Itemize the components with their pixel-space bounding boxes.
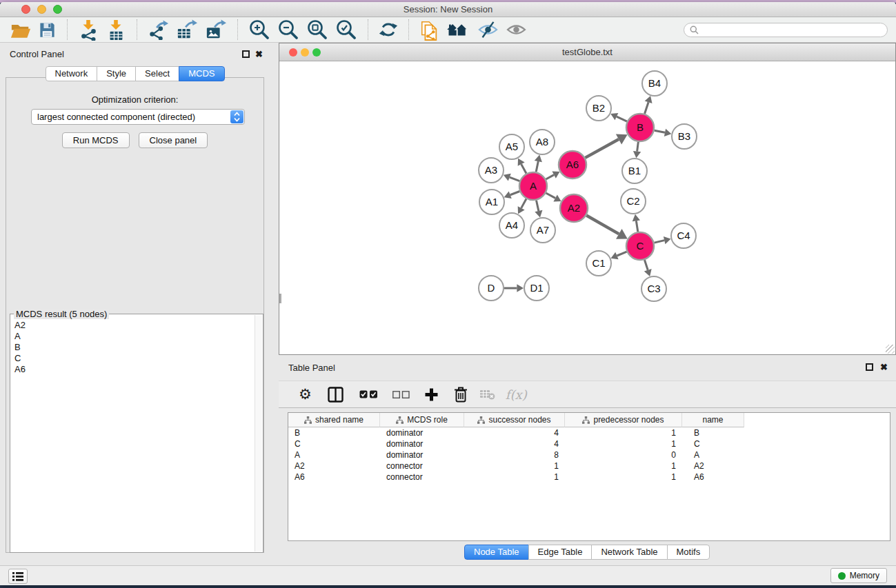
table-options-gear-icon[interactable]: ⚙ [299,387,312,402]
tab-style[interactable]: Style [97,66,136,81]
cell-name[interactable]: A6 [682,472,744,483]
save-session-icon[interactable] [38,21,57,39]
graph-node-A5[interactable]: A5 [499,134,524,159]
graph-node-A[interactable]: A [519,172,547,200]
float-table-panel-icon[interactable] [866,363,873,371]
graph-node-C[interactable]: C [626,232,654,260]
cell-predecessor-nodes[interactable]: 1 [565,427,682,438]
hide-selected-icon[interactable] [477,21,499,39]
column-header-name[interactable]: name [682,413,744,427]
graph-edge-C-C4[interactable] [654,241,664,243]
graph-edge-B-B2[interactable] [617,116,627,121]
column-header-predecessor-nodes[interactable]: predecessor nodes [565,413,682,427]
graph-node-A7[interactable]: A7 [530,218,555,243]
graph-edge-A-A8[interactable] [536,161,538,172]
zoom-in-icon[interactable] [248,19,270,41]
graph-edge-A6-B[interactable] [585,139,619,158]
graph-node-A6[interactable]: A6 [559,151,586,179]
cell-mcds-role[interactable]: dominator [380,427,464,438]
cell-shared-name[interactable]: A2 [288,460,380,472]
graph-node-A8[interactable]: A8 [530,130,555,154]
graph-node-B3[interactable]: B3 [672,124,697,149]
open-session-icon[interactable] [10,21,31,39]
export-table-icon[interactable] [176,19,198,40]
close-panel-button[interactable]: Close panel [139,132,208,148]
column-header-successor-nodes[interactable]: successor nodes [464,413,565,427]
graph-edge-B-B4[interactable] [645,102,649,114]
delete-column-icon[interactable] [454,386,468,403]
graph-node-C1[interactable]: C1 [586,251,611,276]
refresh-icon[interactable] [379,20,398,39]
cell-name[interactable]: C [682,438,744,449]
graph-edge-A-A7[interactable] [536,201,538,212]
table-tab-edge-table[interactable]: Edge Table [528,545,593,560]
cell-shared-name[interactable]: B [288,427,380,438]
graph-node-A1[interactable]: A1 [479,190,504,214]
cell-mcds-role[interactable]: connector [380,460,464,472]
graph-edge-A-A2[interactable] [546,193,555,198]
cell-mcds-role[interactable]: dominator [380,438,464,449]
graph-node-A4[interactable]: A4 [499,213,524,238]
network-from-selection-icon[interactable] [419,19,439,41]
zoom-selected-icon[interactable] [335,19,357,41]
graph-edge-B-B3[interactable] [655,130,665,132]
first-neighbors-icon[interactable] [446,21,470,39]
zoom-window-button[interactable] [53,5,62,14]
minimize-window-button[interactable] [37,5,46,14]
graph-node-D1[interactable]: D1 [524,276,549,301]
graph-node-B2[interactable]: B2 [586,96,611,121]
graph-node-C2[interactable]: C2 [621,189,646,214]
cell-name[interactable]: A [682,449,744,460]
graph-edge-A-A5[interactable] [521,164,526,173]
graph-edge-B-B1[interactable] [637,142,639,152]
graph-edge-A-A4[interactable] [521,199,526,207]
cell-name[interactable]: B [682,427,744,438]
graph-edge-A2-C[interactable] [586,215,619,234]
mcds-result-item[interactable]: C [14,353,263,364]
cell-successor-nodes[interactable]: 4 [464,438,565,449]
export-image-icon[interactable] [205,19,227,40]
import-table-icon[interactable] [106,19,126,41]
cell-successor-nodes[interactable]: 8 [464,449,565,460]
cell-successor-nodes[interactable]: 1 [464,460,565,472]
cell-mcds-role[interactable]: dominator [380,449,464,460]
cell-name[interactable]: A2 [682,460,744,472]
graph-node-A2[interactable]: A2 [560,194,588,222]
create-column-icon[interactable] [424,387,439,402]
network-canvas[interactable]: AA1A2A3A4A5A6A7A8BB1B2B3B4CC1C2C3C4DD1 [279,61,895,354]
column-header-shared-name[interactable]: shared name [288,413,380,427]
cell-shared-name[interactable]: C [288,438,380,449]
network-zoom-button[interactable] [312,48,321,57]
cell-mcds-role[interactable]: connector [380,472,464,483]
run-mcds-button[interactable]: Run MCDS [62,132,130,148]
task-history-button[interactable] [8,569,28,584]
unselect-all-columns-icon[interactable] [392,391,410,398]
cell-predecessor-nodes[interactable]: 1 [565,460,682,472]
search-field[interactable] [684,23,888,37]
cell-predecessor-nodes[interactable]: 0 [565,449,682,460]
graph-edge-A-A3[interactable] [510,177,520,181]
zoom-out-icon[interactable] [277,19,299,41]
select-all-columns-icon[interactable] [359,390,378,398]
criterion-dropdown[interactable]: largest connected component (directed) [31,109,245,125]
column-header-mcds-role[interactable]: MCDS role [380,413,464,427]
table-tab-motifs[interactable]: Motifs [667,545,710,560]
graph-node-B1[interactable]: B1 [622,159,647,183]
graph-node-C3[interactable]: C3 [641,276,666,301]
zoom-fit-icon[interactable] [306,19,328,41]
cell-shared-name[interactable]: A6 [288,472,380,483]
mcds-result-item[interactable]: A [14,331,263,342]
graph-node-C4[interactable]: C4 [671,223,696,248]
graph-node-B[interactable]: B [626,114,654,141]
close-window-button[interactable] [21,5,30,14]
cell-predecessor-nodes[interactable]: 1 [565,472,682,483]
graph-edge-C-C2[interactable] [636,221,637,232]
close-table-panel-icon[interactable]: ✖ [880,362,888,372]
mcds-result-item[interactable]: A6 [14,364,263,375]
memory-button[interactable]: Memory [830,568,887,583]
float-panel-icon[interactable] [242,50,250,58]
search-input[interactable] [702,25,882,34]
tab-network[interactable]: Network [45,66,97,81]
tab-mcds[interactable]: MCDS [179,66,224,81]
graph-node-A3[interactable]: A3 [479,158,504,183]
